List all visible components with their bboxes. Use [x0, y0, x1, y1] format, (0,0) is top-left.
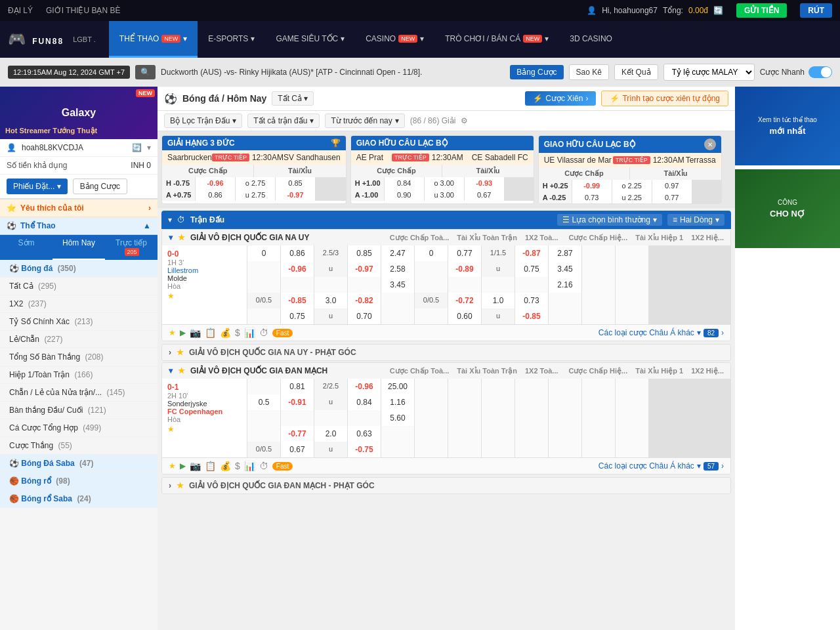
yeu-thich-section[interactable]: ⭐ Yêu thích của tôi › [0, 200, 158, 217]
odds-lill-1-7[interactable]: 0.77 [448, 245, 481, 261]
quick-bet-toggle[interactable] [808, 66, 832, 78]
odds-lill-4-2[interactable]: -0.85 [281, 293, 314, 308]
bangcuoc-button[interactable]: Bảng Cược [510, 65, 563, 79]
collapse-icon[interactable]: ▾ [168, 215, 172, 224]
sidebar-menu-lechan[interactable]: Lẻ/Chẵn (227) [0, 331, 158, 348]
h-val-0[interactable]: -0.96 [196, 177, 235, 189]
league-star-3[interactable]: ★ [177, 481, 184, 490]
odds-s-5-2[interactable]: 0.67 [281, 442, 314, 457]
odds-lill-5-9[interactable]: -0.85 [515, 308, 548, 324]
odds-type-select[interactable]: Tỷ lệ cược MALAY [663, 64, 755, 81]
referral-link[interactable]: GIỚI THIỆU BẠN BÈ [46, 6, 120, 15]
odds-s-4-4[interactable]: 0.63 [348, 426, 381, 442]
more-bets-lill[interactable]: Các loại cược Châu Á khác ▾ 82 › [598, 328, 724, 337]
odds-lill-1-5[interactable]: 2.47 [381, 245, 414, 261]
odds-lill-2-4[interactable]: -0.97 [348, 261, 381, 277]
odds-lill-3-5[interactable]: 3.45 [381, 277, 414, 293]
odds-s-2-5[interactable]: 1.16 [381, 394, 414, 410]
sidebar-bangcuoc-button[interactable]: Bảng Cược [73, 178, 127, 194]
chevron-down-icon[interactable]: ▾ [147, 143, 151, 152]
action-clock-lill[interactable]: ⏱ [259, 327, 268, 338]
odds-lill-1-2[interactable]: 0.86 [281, 245, 314, 261]
league-section-3[interactable]: › ★ GIẢI VÔ ĐỊCH QUỐC GIA ĐAN MẠCH - PHẠ… [161, 477, 731, 494]
sport-tab-som[interactable]: Sớm [0, 235, 52, 260]
fav-star-sonder[interactable]: ★ [167, 425, 175, 434]
action-table-sonder[interactable]: 📋 [205, 461, 216, 471]
ad-banner-1[interactable]: Xem tin tức thể thao mới nhất [735, 87, 840, 165]
action-dollar-lill[interactable]: $ [235, 327, 240, 338]
odds-lill-4-7[interactable]: -0.72 [448, 293, 481, 308]
sidebar-menu-banthangs[interactable]: Bàn thắng Đầu/ Cuối (121) [0, 402, 158, 419]
sport-tab-homnay[interactable]: Hôm Nay [52, 235, 105, 260]
saoke-button[interactable]: Sao Kê [569, 64, 609, 80]
trinh-tao-button[interactable]: ⚡ Trình tạo cược xiên tự động [601, 91, 728, 106]
odds-s-3-5[interactable]: 5.60 [381, 410, 414, 426]
sidebar-menu-tyso[interactable]: Tỷ Số Chính Xác (213) [0, 313, 158, 331]
action-play-sonder[interactable]: ▶ [180, 461, 186, 471]
sidebar-menu-hiep1[interactable]: Hiệp 1/Toàn Trận (166) [0, 366, 158, 384]
odds-lill-5-4[interactable]: 0.70 [348, 308, 381, 324]
action-camera-lill[interactable]: 📷 [190, 327, 201, 338]
odds-lill-2-10[interactable]: 3.45 [549, 261, 581, 277]
action-play-lill[interactable]: ▶ [180, 328, 186, 337]
sidebar-menu-bongrosaba[interactable]: 🏀 Bóng rổ Saba (24) [0, 490, 158, 508]
sidebar-menu-1x2[interactable]: 1X2 (237) [0, 295, 158, 313]
league-toggle-2[interactable]: ▾ [169, 366, 173, 375]
action-star-sonder[interactable]: ★ [169, 461, 176, 471]
sidebar-menu-bongdasaba[interactable]: ⚽ Bóng Đá Saba (47) [0, 455, 158, 472]
odds-s-4-2[interactable]: -0.77 [281, 426, 314, 442]
action-table-lill[interactable]: 📋 [205, 327, 216, 338]
search-button[interactable]: 🔍 [135, 65, 156, 79]
lua-chon-dropdown[interactable]: ☰ Lựa chọn bình thường ▾ [557, 214, 662, 226]
a-val-0[interactable]: 0.86 [196, 189, 235, 201]
nav-tab-game[interactable]: GAME SIÊU TỐC ▾ [265, 21, 355, 58]
league-row-2[interactable]: ▾ ★ GIẢI VÔ ĐỊCH QUỐC GIA ĐAN MẠCH Cược … [162, 363, 730, 379]
league-expand-3[interactable]: › [169, 481, 171, 490]
sidebar-menu-bongro[interactable]: 🏀 Bóng rổ (98) [0, 472, 158, 490]
tatcatrandau-dropdown[interactable]: Tất cả trận đấu ▾ [247, 114, 320, 128]
odds-lill-2-9[interactable]: 0.75 [515, 261, 548, 277]
more-bets-sonder[interactable]: Các loại cược Châu Á khác ▾ 57 › [598, 461, 724, 471]
sidebar-galaxy-banner[interactable]: Galaxy NEW Hot Streamer Tướng Thuật [0, 87, 158, 139]
arrow-right-more-lill[interactable]: › [721, 328, 724, 337]
nav-tab-3dcasino[interactable]: 3D CASINO [559, 21, 623, 58]
tatca-dropdown[interactable]: Tất Cả ▾ [272, 91, 314, 106]
odds-lill-4-4[interactable]: -0.82 [348, 293, 381, 308]
odds-lill-2-2[interactable]: -0.96 [281, 261, 314, 277]
league-star-2[interactable]: ★ [178, 366, 185, 375]
league-star-1[interactable]: ★ [177, 348, 184, 357]
odds-lill-1-9[interactable]: -0.87 [515, 245, 548, 261]
odds-s-5-4[interactable]: -0.75 [348, 442, 381, 457]
odds-lill-1-1[interactable]: 0 [247, 245, 280, 261]
odds-lill-2-5[interactable]: 2.58 [381, 261, 414, 277]
league-section-1[interactable]: › ★ GIẢI VÔ ĐỊCH QUỐC GIA NA UY - PHẠT G… [161, 344, 731, 361]
the-thao-section[interactable]: ⚽ Thể Thao ▲ [0, 217, 158, 235]
league-expand-1[interactable]: › [169, 348, 171, 357]
ketqua-button[interactable]: Kết Quả [614, 64, 658, 80]
u-val-0[interactable]: -0.97 [276, 189, 315, 201]
odds-lill-2-7[interactable]: -0.89 [448, 261, 481, 277]
phieudat-button[interactable]: Phiếu Đặt... ▾ [7, 178, 68, 194]
agent-link[interactable]: ĐẠI LÝ [8, 6, 33, 15]
odds-s-1-2[interactable]: 0.81 [281, 379, 314, 394]
filter-settings-icon[interactable]: ⚙ [461, 116, 468, 125]
odds-s-4-3[interactable]: 2.0 [314, 426, 347, 442]
refresh-icon[interactable]: 🔄 [713, 6, 723, 15]
odds-lill-4-9[interactable]: 0.73 [515, 293, 548, 308]
sidebar-menu-cuocthang[interactable]: Cược Thắng (55) [0, 437, 158, 455]
action-star-lill[interactable]: ★ [169, 328, 176, 337]
sidebar-menu-tatca[interactable]: Tất Cả (295) [0, 278, 158, 295]
nav-tab-trochoi[interactable]: TRÒ CHƠI / BÁN CÁ NEW ▾ [434, 21, 559, 58]
odds-lill-4-8[interactable]: 1.0 [482, 293, 514, 308]
odds-s-2-4[interactable]: 0.84 [348, 394, 381, 410]
sidebar-menu-bongda[interactable]: ⚽ Bóng đá (350) [0, 260, 158, 278]
odds-s-1-4[interactable]: -0.96 [348, 379, 381, 394]
sport-tab-tructiep[interactable]: Trực tiếp 205 [105, 235, 158, 260]
fav-star-lill[interactable]: ★ [167, 291, 175, 301]
odds-s-1-5[interactable]: 25.00 [381, 379, 414, 394]
action-coin-sonder[interactable]: 💰 [220, 461, 231, 471]
odds-lill-1-10[interactable]: 2.87 [549, 245, 581, 261]
action-stats-lill[interactable]: 📊 [244, 327, 255, 338]
odds-s-2-2[interactable]: -0.91 [281, 394, 314, 410]
ad-banner-2[interactable]: CÔNG CHO NỢ [735, 169, 840, 248]
